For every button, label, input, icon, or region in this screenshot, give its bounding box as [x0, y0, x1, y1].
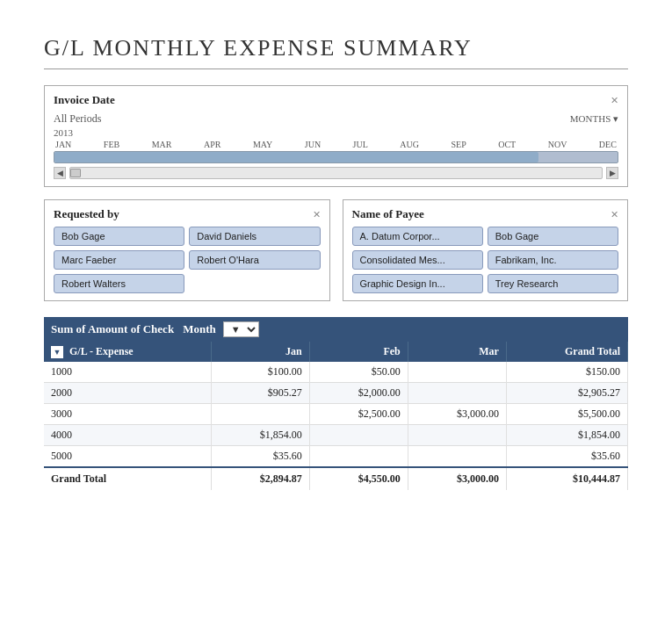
payee-tags: A. Datum Corpor... Bob Gage Consolidated…: [352, 227, 619, 293]
total-3000: $5,500.00: [506, 404, 627, 425]
invoice-date-label: Invoice Date: [54, 93, 115, 107]
month-labels: JANFEBMARAPRMAY JUNJULAUGSEPOCT NOVDEC: [54, 140, 618, 149]
gl-2000: 2000: [44, 383, 211, 404]
payee-label: Name of Payee: [352, 207, 424, 221]
invoice-date-filter: Invoice Date ✕ All Periods MONTHS ▾ 2013…: [44, 85, 628, 187]
table-row: 5000 $35.60 $35.60: [44, 446, 628, 468]
months-dropdown[interactable]: MONTHS ▾: [570, 113, 618, 125]
tag-bob-gage[interactable]: Bob Gage: [54, 227, 184, 246]
requested-by-tags: Bob Gage David Daniels Marc Faeber Rober…: [54, 227, 321, 293]
mar-5000: [408, 446, 506, 468]
payee-filter-icon[interactable]: ✕: [611, 209, 618, 220]
month-select[interactable]: ▼: [223, 321, 259, 337]
jan-1000: $100.00: [211, 362, 309, 383]
col-feb: Feb: [309, 342, 408, 362]
expense-table: ▼ G/L - Expense Jan Feb Mar Grand Total …: [44, 342, 628, 490]
scroll-thumb[interactable]: [70, 169, 81, 177]
gl-4000: 4000: [44, 425, 211, 446]
footer-feb: $4,550.00: [309, 467, 408, 490]
jan-3000: [211, 404, 309, 425]
scroll-left-arrow[interactable]: ◀: [54, 167, 66, 179]
total-2000: $2,905.27: [506, 383, 627, 404]
filter-row: Requested by ✕ Bob Gage David Daniels Ma…: [44, 199, 628, 301]
tag-consolidated[interactable]: Consolidated Mes...: [352, 250, 483, 270]
jan-2000: $905.27: [211, 383, 309, 404]
all-periods-label: All Periods: [54, 112, 101, 126]
feb-1000: $50.00: [309, 362, 408, 383]
gl-5000: 5000: [44, 446, 211, 468]
year-label: 2013: [54, 127, 618, 138]
feb-3000: $2,500.00: [309, 404, 408, 425]
tag-marc-faeber[interactable]: Marc Faeber: [54, 250, 184, 270]
requested-by-filter: Requested by ✕ Bob Gage David Daniels Ma…: [44, 199, 330, 301]
mar-3000: $3,000.00: [408, 404, 506, 425]
feb-4000: [309, 425, 408, 446]
table-column-headers: ▼ G/L - Expense Jan Feb Mar Grand Total: [44, 342, 628, 362]
feb-2000: $2,000.00: [309, 383, 408, 404]
table-row: 4000 $1,854.00 $1,854.00: [44, 425, 628, 446]
month-header-label: Month: [183, 322, 216, 336]
jan-4000: $1,854.00: [211, 425, 309, 446]
col-grand-total: Grand Total: [506, 342, 627, 362]
filter-clear-icon[interactable]: ✕: [611, 95, 618, 106]
footer-jan: $2,894.87: [211, 467, 309, 490]
col-jan: Jan: [211, 342, 309, 362]
tag-a-datum[interactable]: A. Datum Corpor...: [352, 227, 483, 246]
footer-grand-total: $10,444.87: [506, 467, 627, 490]
col-mar: Mar: [408, 342, 506, 362]
requested-by-label: Requested by: [54, 207, 119, 221]
payee-filter: Name of Payee ✕ A. Datum Corpor... Bob G…: [343, 199, 629, 301]
expense-table-body: 1000 $100.00 $50.00 $150.00 2000 $905.27…: [44, 362, 628, 467]
tag-graphic-design[interactable]: Graphic Design In...: [352, 274, 483, 293]
total-1000: $150.00: [506, 362, 627, 383]
mar-4000: [408, 425, 506, 446]
scroll-right-arrow[interactable]: ▶: [606, 167, 618, 179]
table-row: 3000 $2,500.00 $3,000.00 $5,500.00: [44, 404, 628, 425]
total-5000: $35.60: [506, 446, 627, 468]
tag-fabrikam[interactable]: Fabrikam, Inc.: [488, 250, 618, 270]
footer-label: Grand Total: [44, 467, 211, 490]
scroll-track[interactable]: [69, 167, 603, 179]
gl-3000: 3000: [44, 404, 211, 425]
table-summary-header: Sum of Amount of Check Month ▼: [44, 317, 628, 342]
tag-trey-research[interactable]: Trey Research: [488, 274, 618, 293]
page-title: G/L MONTHLY EXPENSE SUMMARY: [44, 35, 628, 69]
month-slider[interactable]: [54, 151, 618, 163]
feb-5000: [309, 446, 408, 468]
tag-robert-ohara[interactable]: Robert O'Hara: [189, 250, 320, 270]
tag-david-daniels[interactable]: David Daniels: [189, 227, 320, 246]
total-4000: $1,854.00: [506, 425, 627, 446]
gl-1000: 1000: [44, 362, 211, 383]
expense-table-section: Sum of Amount of Check Month ▼ ▼ G/L - E…: [44, 317, 628, 490]
jan-5000: $35.60: [211, 446, 309, 468]
table-row: 1000 $100.00 $50.00 $150.00: [44, 362, 628, 383]
table-footer-row: Grand Total $2,894.87 $4,550.00 $3,000.0…: [44, 467, 628, 490]
gl-col-dropdown[interactable]: ▼: [51, 346, 63, 358]
col-gl-expense: ▼ G/L - Expense: [44, 342, 211, 362]
requested-by-filter-icon[interactable]: ✕: [313, 209, 321, 220]
sum-label: Sum of Amount of Check: [51, 322, 174, 336]
footer-mar: $3,000.00: [408, 467, 506, 490]
slider-scrollbar[interactable]: ◀ ▶: [54, 167, 618, 179]
mar-1000: [408, 362, 506, 383]
mar-2000: [408, 383, 506, 404]
table-row: 2000 $905.27 $2,000.00 $2,905.27: [44, 383, 628, 404]
tag-bob-gage-payee[interactable]: Bob Gage: [488, 227, 618, 246]
tag-robert-walters[interactable]: Robert Walters: [54, 274, 184, 293]
